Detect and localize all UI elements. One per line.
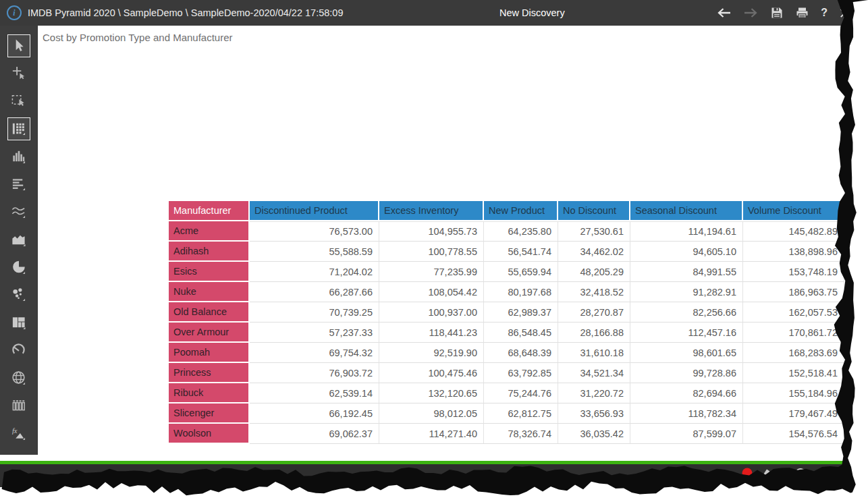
cell-value[interactable]: 82,694.66 (630, 383, 743, 403)
column-header[interactable]: Discontinued Product (250, 201, 379, 221)
cell-value[interactable]: 82,256.66 (630, 302, 743, 323)
cell-value[interactable]: 31,220.72 (558, 383, 630, 403)
cell-value[interactable]: 62,812.75 (484, 403, 558, 424)
row-header[interactable]: Nuke (169, 282, 250, 302)
cell-value[interactable]: 68,648.39 (484, 343, 558, 363)
area-chart-tool[interactable] (0, 225, 38, 253)
cell-value[interactable]: 76,573.00 (250, 221, 379, 242)
row-header[interactable]: Ribuck (169, 383, 250, 403)
cell-value[interactable]: 153,748.19 (743, 262, 844, 282)
cell-value[interactable]: 31,610.18 (558, 343, 630, 363)
cell-value[interactable]: 48,205.29 (558, 262, 630, 282)
cell-value[interactable]: 94,605.10 (630, 242, 743, 262)
cell-value[interactable]: 92,519.90 (379, 343, 484, 363)
cell-value[interactable]: 56,541.74 (484, 242, 558, 262)
cell-value[interactable]: 100,475.46 (379, 363, 484, 383)
cell-value[interactable]: 63,792.85 (484, 363, 558, 383)
column-header[interactable]: No Discount (558, 201, 630, 221)
grid-view-tool[interactable] (0, 115, 38, 142)
treemap-tool[interactable] (0, 308, 38, 336)
cell-value[interactable]: 114,271.40 (379, 424, 484, 444)
row-header[interactable]: Adihash (169, 242, 250, 262)
bar-chart-tool[interactable] (0, 170, 38, 198)
select-tool[interactable] (0, 32, 38, 59)
cell-value[interactable]: 84,991.55 (630, 262, 743, 282)
cell-value[interactable]: 154,576.54 (743, 424, 844, 444)
cell-value[interactable]: 91,282.91 (630, 282, 743, 302)
scatter-chart-tool[interactable] (0, 281, 38, 308)
cell-value[interactable]: 64,235.80 (484, 221, 558, 242)
column-header[interactable]: Volume Discount (743, 201, 844, 221)
save-button[interactable] (770, 6, 784, 20)
cell-value[interactable]: 62,989.37 (484, 302, 558, 323)
cell-value[interactable]: 145,482.89 (743, 221, 844, 242)
cell-value[interactable]: 80,197.68 (484, 282, 558, 302)
cell-value[interactable]: 55,659.94 (484, 262, 558, 282)
cell-value[interactable]: 28,270.87 (558, 302, 630, 323)
cell-value[interactable]: 112,457.16 (630, 323, 743, 343)
cell-value[interactable]: 86,548.45 (484, 323, 558, 343)
cell-value[interactable]: 71,204.02 (250, 262, 379, 282)
line-chart-tool[interactable] (0, 198, 38, 225)
cell-value[interactable]: 62,539.14 (250, 383, 379, 403)
cell-value[interactable]: 132,120.65 (379, 383, 484, 403)
cell-value[interactable]: 70,739.25 (250, 302, 379, 323)
pie-chart-tool[interactable] (0, 253, 38, 281)
cell-value[interactable]: 66,287.66 (250, 282, 379, 302)
cell-value[interactable]: 108,054.42 (379, 282, 484, 302)
forward-button[interactable] (743, 7, 759, 18)
row-header[interactable]: Woolson (169, 424, 250, 444)
row-header[interactable]: Slicenger (169, 403, 250, 424)
cell-value[interactable]: 34,521.34 (558, 363, 630, 383)
cell-value[interactable]: 75,244.76 (484, 383, 558, 403)
cell-value[interactable]: 78,326.74 (484, 424, 558, 444)
column-header[interactable]: New Product (484, 201, 558, 221)
multi-select-tool[interactable] (0, 59, 38, 87)
map-tool[interactable] (0, 364, 38, 391)
row-header[interactable]: Over Armour (169, 323, 250, 343)
cell-value[interactable]: 118,441.23 (379, 323, 484, 343)
gauge-status-icon[interactable] (794, 467, 807, 483)
cell-value[interactable]: 28,166.88 (558, 323, 630, 343)
cell-value[interactable]: 99,728.86 (630, 363, 743, 383)
slicer-tool[interactable] (0, 391, 38, 419)
cell-value[interactable]: 100,778.55 (379, 242, 484, 262)
cell-value[interactable]: 32,418.52 (558, 282, 630, 302)
close-button[interactable] (839, 7, 850, 19)
back-button[interactable] (716, 7, 732, 18)
cell-value[interactable]: 76,903.72 (250, 363, 379, 383)
row-header[interactable]: Old Balance (169, 302, 250, 323)
cell-value[interactable]: 155,184.96 (743, 383, 844, 403)
pen-icon[interactable] (760, 467, 772, 482)
cell-value[interactable]: 162,057.53 (743, 302, 844, 323)
record-status-icon[interactable] (741, 467, 753, 482)
cell-value[interactable]: 69,754.32 (250, 343, 379, 363)
print-button[interactable] (795, 6, 809, 20)
cell-value[interactable]: 98,012.05 (379, 403, 484, 424)
cell-value[interactable]: 152,518.41 (743, 363, 844, 383)
cell-value[interactable]: 186,963.75 (743, 282, 844, 302)
row-header[interactable]: Poomah (169, 343, 250, 363)
cell-value[interactable]: 168,283.69 (743, 343, 844, 363)
cell-value[interactable]: 57,237.33 (250, 323, 379, 343)
formula-tool[interactable]: fx (0, 419, 38, 447)
lasso-select-tool[interactable] (0, 87, 38, 115)
cell-value[interactable]: 138,898.96 (743, 242, 844, 262)
cell-value[interactable]: 118,782.34 (630, 403, 743, 424)
row-header[interactable]: Princess (169, 363, 250, 383)
refresh-icon[interactable] (815, 467, 829, 483)
help-button[interactable]: ? (821, 7, 828, 19)
cell-value[interactable]: 87,599.07 (630, 424, 743, 444)
column-header[interactable]: Seasonal Discount (630, 201, 743, 221)
cell-value[interactable]: 27,530.61 (558, 221, 630, 242)
cell-value[interactable]: 55,588.59 (250, 242, 379, 262)
column-header[interactable]: Excess Inventory (379, 201, 484, 221)
row-header[interactable]: Esics (169, 262, 250, 282)
cell-value[interactable]: 114,194.61 (630, 221, 743, 242)
cell-value[interactable]: 66,192.45 (250, 403, 379, 424)
cell-value[interactable]: 170,861.72 (743, 323, 844, 343)
cell-value[interactable]: 98,601.65 (630, 343, 743, 363)
cell-value[interactable]: 104,955.73 (379, 221, 484, 242)
cell-value[interactable]: 100,937.00 (379, 302, 484, 323)
row-header[interactable]: Acme (169, 221, 250, 242)
